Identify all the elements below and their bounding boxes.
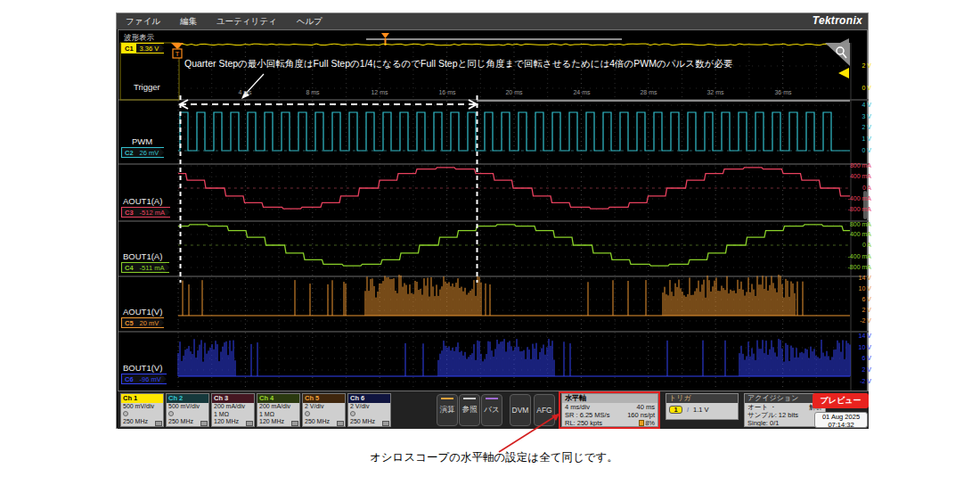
math-color-strip bbox=[441, 398, 453, 399]
scale-label: 6 V bbox=[845, 355, 871, 361]
channel-info bbox=[303, 411, 345, 419]
channel-info: 120 MHz bbox=[257, 418, 299, 426]
bottom-annotation: オシロスコープの水平軸の設定は全て同じです。 bbox=[370, 450, 618, 465]
slice-label-c4: BOUT1(A) bbox=[123, 251, 162, 261]
h-recordlength: RL: 250 kpts bbox=[565, 419, 602, 427]
scale-label: 800 mA bbox=[845, 162, 871, 169]
channel-scale: 200 mA/div bbox=[257, 403, 299, 411]
trigger-slice-label: Trigger bbox=[134, 82, 160, 92]
menu-item-file[interactable]: ファイル bbox=[126, 16, 160, 28]
graticule[interactable]: T bbox=[118, 30, 869, 392]
scale-label: 2 V bbox=[845, 124, 871, 130]
channel-value: -512 mA bbox=[136, 208, 170, 217]
bandwidth-icon bbox=[155, 421, 162, 426]
channel-card-ch2[interactable]: Ch 2500 mV/div250 MHz bbox=[166, 393, 209, 427]
time-axis-label: 20 ms bbox=[505, 89, 522, 95]
bandwidth-icon bbox=[337, 421, 344, 426]
probe-icon bbox=[168, 411, 174, 416]
bandwidth-icon bbox=[246, 421, 253, 426]
channel-badge-c2[interactable]: C226 mV bbox=[121, 147, 164, 158]
trigger-panel[interactable]: トリガ 1 / 1.1 V bbox=[666, 393, 739, 420]
channel-value: -96 mV bbox=[136, 374, 167, 383]
channel-info: 250 MHz bbox=[303, 418, 345, 426]
probe-icon bbox=[350, 411, 355, 416]
channel-card-ch3[interactable]: Ch 3200 mA/div1 MΩ120 MHz bbox=[211, 393, 255, 427]
time-axis-label: 28 ms bbox=[640, 89, 657, 95]
h-percent: 8% bbox=[639, 419, 655, 427]
channel-scale: 500 mV/div bbox=[167, 403, 208, 411]
bandwidth-icon bbox=[382, 421, 389, 426]
datetime-display: 01 Aug 2025 07:14:32 bbox=[814, 412, 868, 428]
scale-label: 3 V bbox=[845, 113, 871, 119]
menu-bar: ファイル編集ユーティリティヘルプ bbox=[117, 13, 868, 29]
channel-info bbox=[167, 411, 208, 419]
menu-item-help[interactable]: ヘルプ bbox=[297, 16, 323, 28]
date-text: 01 Aug 2025 bbox=[815, 413, 867, 421]
menu-item-edit[interactable]: 編集 bbox=[180, 16, 197, 28]
horizontal-panel[interactable]: 水平軸 4 ms/div40 ms SR : 6.25 MS/s160 ns/p… bbox=[561, 393, 658, 427]
afg-button[interactable]: AFG bbox=[534, 394, 555, 426]
scale-label: -2 V bbox=[845, 378, 871, 384]
time-axis-label: 32 ms bbox=[706, 89, 723, 95]
channel-scale: 2 V/div bbox=[303, 403, 345, 411]
scale-label: 10 V bbox=[845, 344, 871, 350]
waveform-display[interactable]: 波形表示 T Quarter Stepの最小回転角度はFull Stepの1/4… bbox=[118, 29, 868, 391]
channel-badge-c4[interactable]: C4-511 mA bbox=[121, 262, 169, 273]
horizontal-title: 水平軸 bbox=[562, 394, 657, 403]
svg-text:T: T bbox=[176, 50, 180, 58]
scale-label: 400 mA bbox=[845, 231, 871, 237]
scale-label: -800 mA bbox=[845, 264, 871, 270]
scale-label: 800 mA bbox=[845, 221, 871, 227]
slice-label-c6: BOUT1(V) bbox=[123, 363, 162, 373]
probe-icon bbox=[305, 411, 310, 416]
channel-card-ch5[interactable]: Ch 52 V/div250 MHz bbox=[302, 393, 346, 427]
channel-card-ch1[interactable]: Ch 1500 mV/div250 MHz bbox=[120, 393, 164, 427]
scale-label: 2 V bbox=[845, 62, 871, 69]
scale-label: -2 V bbox=[845, 317, 871, 324]
trigger-source-badge: 1 bbox=[669, 406, 682, 414]
trigger-level: 1.1 V bbox=[693, 406, 709, 414]
oscilloscope-window: ファイル編集ユーティリティヘルプ Tektronix 波形表示 T Quarte… bbox=[116, 12, 869, 429]
channel-card-ch4[interactable]: Ch 4200 mA/div1 MΩ120 MHz bbox=[257, 393, 300, 427]
scale-label: 0 V bbox=[845, 147, 871, 153]
channel-card-ch6[interactable]: Ch 62 V/div250 MHz bbox=[347, 393, 391, 427]
channel-card-title: Ch 6 bbox=[348, 394, 390, 403]
channel-info: 250 MHz bbox=[121, 418, 163, 426]
scale-label: 4 V bbox=[845, 102, 871, 108]
time-axis-label: 12 ms bbox=[371, 89, 388, 95]
acq-single: Single: 0/1 bbox=[745, 419, 825, 427]
scale-label: 10 V bbox=[845, 285, 871, 292]
h-samplerate: SR : 6.25 MS/s bbox=[565, 411, 609, 419]
channel-badge-c5[interactable]: C520 mV bbox=[121, 317, 164, 328]
time-axis-label: 16 ms bbox=[438, 89, 455, 95]
slice-label-c2: PWM bbox=[132, 136, 152, 146]
channel-card-title: Ch 3 bbox=[212, 394, 254, 403]
preview-button[interactable]: プレビュー bbox=[813, 393, 869, 408]
channel-info: 120 MHz bbox=[212, 418, 254, 426]
reference-color-strip bbox=[463, 398, 476, 399]
reference-button[interactable]: 参照 bbox=[459, 394, 480, 426]
scale-label: 0 A bbox=[845, 242, 871, 248]
scale-label: -800 mA bbox=[845, 206, 871, 212]
dvm-button[interactable]: DVM bbox=[510, 394, 531, 426]
acq-mode: オート ・ bbox=[747, 403, 776, 411]
channel-card-title: Ch 1 bbox=[121, 394, 163, 403]
channel-badge-c3[interactable]: C3-512 mA bbox=[121, 207, 170, 218]
scale-label: 0 V bbox=[845, 85, 871, 91]
channel-card-title: Ch 2 bbox=[167, 394, 208, 403]
channel-value: 26 mV bbox=[136, 148, 165, 157]
math-button[interactable]: 演算 bbox=[437, 394, 458, 426]
channel-card-title: Ch 4 bbox=[257, 394, 299, 403]
channel-info: 250 MHz bbox=[348, 418, 390, 426]
channel-id: C3 bbox=[122, 208, 136, 217]
channel-value: 3.36 V bbox=[136, 44, 165, 53]
bandwidth-icon bbox=[291, 421, 298, 426]
menu-item-utility[interactable]: ユーティリティ bbox=[216, 16, 277, 28]
channel-badge-c1[interactable]: C13.36 V bbox=[121, 43, 164, 53]
channel-badge-c6[interactable]: C6-96 mV bbox=[121, 374, 167, 384]
scale-label: 14 V bbox=[845, 275, 871, 281]
bus-button[interactable]: バス bbox=[481, 394, 502, 426]
compression-icon bbox=[639, 420, 644, 426]
channel-scale: 500 mV/div bbox=[121, 403, 163, 411]
scale-label: 2 V bbox=[845, 307, 871, 313]
